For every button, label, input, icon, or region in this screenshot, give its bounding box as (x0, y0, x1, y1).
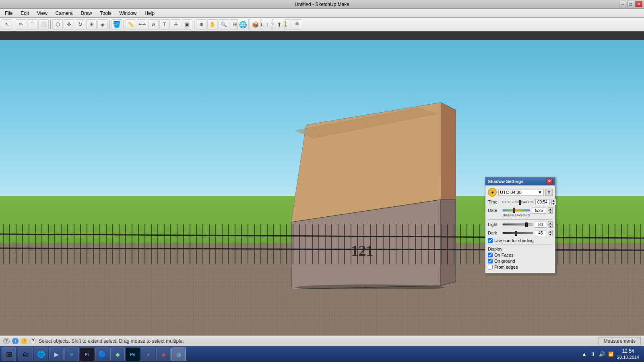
pencil-tool[interactable]: ✏ (16, 19, 26, 30)
shadow-panel-close[interactable]: ✕ (546, 179, 553, 184)
date-spin-down[interactable]: ▼ (548, 210, 553, 214)
status-icon-warn[interactable]: ! (21, 338, 27, 344)
from-edges-checkbox[interactable] (488, 265, 493, 269)
status-icon-info[interactable]: i (12, 338, 19, 344)
arc-tool[interactable]: ⌒ (27, 19, 37, 30)
taskbar-red-app[interactable]: ◈ (156, 348, 171, 361)
rotate-tool[interactable]: ↻ (75, 19, 85, 30)
offset-tool[interactable]: ◈ (97, 19, 108, 30)
taskbar-media-player[interactable]: ▶ (49, 348, 64, 361)
taskbar-premiere[interactable]: Pr (80, 348, 94, 361)
google-earth-button[interactable]: 🌐 (237, 19, 249, 30)
dark-spin-down[interactable]: ▼ (548, 233, 553, 236)
taskbar-sketchup[interactable]: ◎ (171, 348, 186, 361)
pan-tool[interactable]: ✋ (207, 19, 218, 30)
dark-value-input[interactable] (535, 230, 546, 236)
floating-toolbar: 🌐 📦 ↑ ⬆ (237, 19, 285, 30)
sun-icon[interactable]: ☀ (488, 188, 497, 197)
orbit-tool[interactable]: ⊕ (196, 19, 206, 30)
shadow-settings-icon[interactable]: ⚙ (545, 189, 553, 196)
menu-camera[interactable]: Camera (52, 10, 76, 17)
time-slider-track[interactable] (518, 201, 519, 203)
menu-help[interactable]: Help (141, 10, 158, 17)
menu-window[interactable]: Window (116, 10, 140, 17)
light-spin-buttons[interactable]: ▲ ▼ (548, 221, 553, 228)
share-component-button[interactable]: ⬆ (274, 19, 285, 30)
taskbar-ie[interactable]: e (64, 348, 79, 361)
date-slider-track[interactable] (502, 209, 530, 212)
menu-file[interactable]: File (2, 10, 16, 17)
from-edges-label: From edges (494, 265, 518, 269)
scale-tool[interactable]: ⊞ (86, 19, 97, 30)
dark-slider-track[interactable] (502, 232, 533, 234)
time-spin-down[interactable]: ▼ (551, 202, 556, 205)
from-edges-row: From edges (488, 265, 553, 269)
move-tool[interactable]: ✜ (64, 19, 74, 30)
minimize-button[interactable]: ─ (619, 1, 626, 7)
light-spin-down[interactable]: ▼ (548, 224, 553, 228)
taskbar-photoshop[interactable]: Ps (126, 348, 140, 361)
axes-tool[interactable]: ✛ (171, 19, 181, 30)
time-spin-buttons[interactable]: ▲ ▼ (551, 199, 556, 205)
select-tool[interactable]: ↖ (2, 19, 12, 30)
time-end-label: 9:43 PM (520, 200, 534, 204)
on-faces-row: On Faces (488, 253, 553, 257)
menu-view[interactable]: View (34, 10, 51, 17)
look-around-tool[interactable]: 👁 (292, 19, 302, 30)
menu-edit[interactable]: Edit (17, 10, 32, 17)
taskbar-itunes[interactable]: ♪ (141, 348, 155, 361)
zoom-tool[interactable]: 🔍 (219, 19, 229, 30)
taskbar-chrome[interactable]: 🔵 (95, 348, 109, 361)
get-models-button[interactable]: 📦 (250, 19, 261, 30)
paint-tool[interactable]: 🪣 (111, 19, 122, 30)
status-icon-4[interactable]: ? (30, 338, 36, 344)
viewport[interactable]: 121 /* fence lines rendered via CSS inst… (0, 40, 644, 352)
shape-tool[interactable]: ⬜ (38, 19, 49, 30)
text-tool[interactable]: T (159, 19, 170, 30)
date-value-input[interactable] (532, 208, 546, 214)
tray-icon-3[interactable]: 🔊 (599, 351, 605, 357)
status-icon-1[interactable]: ? (3, 338, 10, 344)
close-button[interactable]: ✕ (635, 1, 642, 7)
taskbar-file-explorer[interactable]: 🗂 (19, 348, 33, 361)
protractor-tool[interactable]: ⌀ (148, 19, 159, 30)
taskbar: ⊞ 🗂 🌐 ▶ e Pr 🔵 ◆ Ps ♪ ◈ ◎ ▲ ⏸ 🔊 📶 12:54 … (0, 346, 644, 362)
menu-draw[interactable]: Draw (78, 10, 95, 17)
push-pull-tool[interactable]: ⬡ (52, 19, 63, 30)
dark-slider-thumb[interactable] (515, 231, 517, 236)
dark-spin-up[interactable]: ▲ (548, 230, 553, 233)
clock-display[interactable]: 12:54 20.10.2014 (617, 348, 639, 360)
light-value-input[interactable] (535, 222, 546, 228)
taskbar-browser[interactable]: 🌐 (34, 348, 48, 361)
on-ground-checkbox[interactable] (488, 259, 493, 263)
maximize-button[interactable]: □ (627, 1, 634, 7)
date-spin-up[interactable]: ▲ (548, 207, 553, 210)
light-slider-track[interactable] (502, 223, 533, 226)
section-tool[interactable]: ▣ (182, 19, 192, 30)
dark-spin-buttons[interactable]: ▲ ▼ (548, 230, 553, 236)
tape-tool[interactable]: 📏 (126, 19, 136, 30)
on-faces-checkbox[interactable] (488, 253, 493, 257)
tray-icon-2[interactable]: ⏸ (590, 351, 595, 357)
tray-icon-network[interactable]: 📶 (608, 352, 614, 357)
tray-icon-1[interactable]: ▲ (582, 351, 587, 357)
use-sun-checkbox[interactable] (488, 238, 493, 243)
shadow-settings-titlebar: Shadow Settings ✕ (485, 177, 555, 185)
light-spin-up[interactable]: ▲ (548, 221, 553, 224)
timezone-dropdown[interactable]: UTC-04:30 ▼ (498, 189, 544, 195)
light-slider-thumb[interactable] (525, 222, 528, 227)
date-slider-thumb[interactable] (513, 208, 515, 213)
time-slider-thumb[interactable] (519, 200, 521, 205)
taskbar-dev[interactable]: ◆ (110, 348, 125, 361)
time-spin-up[interactable]: ▲ (551, 199, 556, 202)
date-spin-buttons[interactable]: ▲ ▼ (548, 207, 553, 214)
window-controls[interactable]: ─ □ ✕ (619, 1, 642, 7)
time-value-input[interactable] (535, 199, 550, 205)
dimension-tool[interactable]: ⟷ (137, 19, 147, 30)
separator-2 (50, 20, 51, 29)
share-model-button[interactable]: ↑ (262, 19, 273, 30)
taskbar-right: ▲ ⏸ 🔊 📶 12:54 20.10.2014 (582, 348, 642, 360)
timezone-row: ☀ UTC-04:30 ▼ ⚙ (488, 188, 553, 197)
menu-tools[interactable]: Tools (97, 10, 115, 17)
separator-3 (109, 20, 110, 29)
